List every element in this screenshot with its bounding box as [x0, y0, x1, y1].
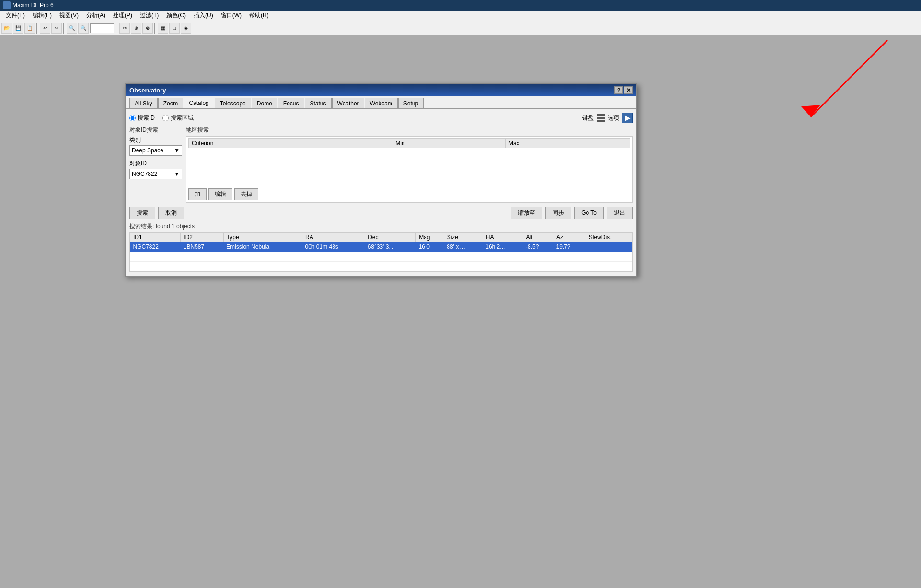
content-columns: 对象ID搜索 类别 Deep Space ▼ 对象ID NGC7822 ▼	[129, 126, 633, 203]
category-dropdown-arrow[interactable]: ▼	[174, 147, 180, 154]
toolbar-btn-2[interactable]: 💾	[13, 23, 23, 34]
object-id-dropdown-arrow[interactable]: ▼	[174, 171, 180, 177]
radio-region-input[interactable]	[162, 115, 169, 121]
tab-status[interactable]: Status	[305, 98, 332, 108]
tab-weather[interactable]: Weather	[332, 98, 364, 108]
cell-alt: -8.5?	[523, 242, 553, 252]
menu-help[interactable]: 帮助(H)	[245, 11, 273, 21]
tab-allsky[interactable]: All Sky	[129, 98, 158, 108]
toolbar-btn-13[interactable]: ◈	[181, 23, 191, 34]
menu-color[interactable]: 颜色(C)	[162, 11, 190, 21]
toolbar-sep-3	[116, 23, 118, 34]
results-tbody: NGC7822 LBN587 Emission Nebula 00h 01m 4…	[130, 242, 632, 271]
cell-mag: 16.0	[416, 242, 444, 252]
object-id-label: 对象ID	[129, 160, 182, 168]
tab-dome[interactable]: Dome	[252, 98, 277, 108]
dialog-titlebar-buttons: ? ✕	[614, 86, 633, 94]
toolbar-btn-9[interactable]: ⊕	[131, 23, 141, 34]
category-select[interactable]: Deep Space ▼	[129, 145, 182, 156]
th-size: Size	[444, 232, 483, 242]
menu-analyze[interactable]: 分析(A)	[82, 11, 109, 21]
toolbar-btn-11[interactable]: ▦	[158, 23, 168, 34]
grid-icon[interactable]	[597, 114, 605, 122]
keyboard-btn[interactable]: 键盘	[582, 114, 594, 122]
menu-insert[interactable]: 插入(U)	[190, 11, 217, 21]
dialog-close-button[interactable]: ✕	[624, 86, 633, 94]
criteria-table: Criterion Min Max	[188, 138, 630, 186]
tab-webcam[interactable]: Webcam	[365, 98, 398, 108]
tab-setup[interactable]: Setup	[398, 98, 424, 108]
tab-zoom[interactable]: Zoom	[158, 98, 184, 108]
criteria-actions: 加 编辑 去掉	[188, 188, 630, 200]
object-id-field: 对象ID NGC7822 ▼	[129, 160, 182, 179]
th-ra: RA	[302, 232, 365, 242]
zoom-btn[interactable]: 缩放至	[511, 207, 542, 219]
cell-ha: 16h 2...	[483, 242, 523, 252]
toolbar: 📂 💾 📋 ↩ ↪ 🔍 🔍 ✂ ⊕ ⊗ ▦ □ ◈	[0, 21, 921, 35]
object-id-select[interactable]: NGC7822 ▼	[129, 169, 182, 179]
col-max: Max	[506, 139, 630, 148]
left-section-label: 对象ID搜索	[129, 126, 182, 134]
menu-file[interactable]: 文件(E)	[2, 11, 29, 21]
cell-ra: 00h 01m 48s	[302, 242, 365, 252]
dialog-content: 搜索ID 搜索区域 键盘 选项 ▶	[126, 109, 636, 276]
tab-strip: All Sky Zoom Catalog Telescope Dome Focu…	[126, 96, 636, 109]
cancel-btn[interactable]: 取消	[158, 207, 184, 219]
nav-forward-btn[interactable]: ▶	[622, 113, 633, 123]
dialog-titlebar: Observatory ? ✕	[126, 84, 636, 96]
category-field: 类别 Deep Space ▼	[129, 136, 182, 156]
action-left: 搜索 取消	[129, 207, 184, 219]
tab-focus[interactable]: Focus	[278, 98, 304, 108]
toolbar-sep-2	[63, 23, 65, 34]
options-btn[interactable]: 选项	[608, 114, 619, 122]
radio-search-id[interactable]: 搜索ID	[129, 114, 155, 122]
toolbar-btn-8[interactable]: ✂	[119, 23, 130, 34]
sync-btn[interactable]: 同步	[545, 207, 571, 219]
results-table-container: ID1 ID2 Type RA Dec Mag Size HA Alt Az S…	[129, 232, 633, 272]
menu-view[interactable]: 视图(V)	[56, 11, 82, 21]
action-right: 缩放至 同步 Go To 退出	[511, 207, 633, 219]
toolbar-btn-12[interactable]: □	[169, 23, 180, 34]
exit-btn[interactable]: 退出	[607, 207, 633, 219]
toolbar-btn-1[interactable]: 📂	[1, 23, 12, 34]
cell-slewdist	[586, 242, 632, 252]
menu-bar: 文件(E) 编辑(E) 视图(V) 分析(A) 处理(P) 过滤(T) 颜色(C…	[0, 11, 921, 21]
radio-id-input[interactable]	[129, 115, 136, 121]
th-type: Type	[223, 232, 302, 242]
category-label: 类别	[129, 136, 182, 144]
edit-criteria-btn[interactable]: 编辑	[208, 188, 232, 200]
toolbar-sep-1	[36, 23, 38, 34]
table-row[interactable]: NGC7822 LBN587 Emission Nebula 00h 01m 4…	[130, 242, 632, 252]
region-search-area: Criterion Min Max 加 编辑	[186, 136, 633, 203]
toolbar-btn-3[interactable]: 📋	[24, 23, 35, 34]
cell-id1: NGC7822	[130, 242, 181, 252]
dialog-help-button[interactable]: ?	[614, 86, 623, 94]
remove-criteria-btn[interactable]: 去掉	[234, 188, 258, 200]
app-icon	[3, 1, 11, 9]
tab-catalog[interactable]: Catalog	[184, 98, 214, 108]
radio-search-region[interactable]: 搜索区域	[162, 114, 194, 122]
th-ha: HA	[483, 232, 523, 242]
right-panel: 地区搜索 Criterion Min Max	[186, 126, 633, 203]
toolbar-btn-6[interactable]: 🔍	[67, 23, 77, 34]
criteria-body	[189, 148, 630, 186]
goto-btn[interactable]: Go To	[574, 207, 604, 219]
menu-process[interactable]: 处理(P)	[109, 11, 136, 21]
th-alt: Alt	[523, 232, 553, 242]
toolbar-btn-7[interactable]: 🔍	[78, 23, 89, 34]
search-btn[interactable]: 搜索	[129, 207, 155, 219]
radio-group: 搜索ID 搜索区域	[129, 114, 194, 122]
toolbar-btn-5[interactable]: ↪	[51, 23, 62, 34]
th-dec: Dec	[365, 232, 416, 242]
menu-edit[interactable]: 编辑(E)	[29, 11, 56, 21]
toolbar-btn-4[interactable]: ↩	[40, 23, 50, 34]
add-criteria-btn[interactable]: 加	[188, 188, 207, 200]
menu-window[interactable]: 窗口(W)	[217, 11, 245, 21]
toolbar-btn-10[interactable]: ⊗	[142, 23, 153, 34]
observatory-dialog: Observatory ? ✕ All Sky Zoom Catalog Tel…	[125, 83, 637, 277]
svg-marker-1	[801, 105, 820, 117]
table-row-empty-1	[130, 252, 632, 261]
tab-telescope[interactable]: Telescope	[215, 98, 251, 108]
left-panel: 对象ID搜索 类别 Deep Space ▼ 对象ID NGC7822 ▼	[129, 126, 182, 203]
menu-filter[interactable]: 过滤(T)	[136, 11, 162, 21]
